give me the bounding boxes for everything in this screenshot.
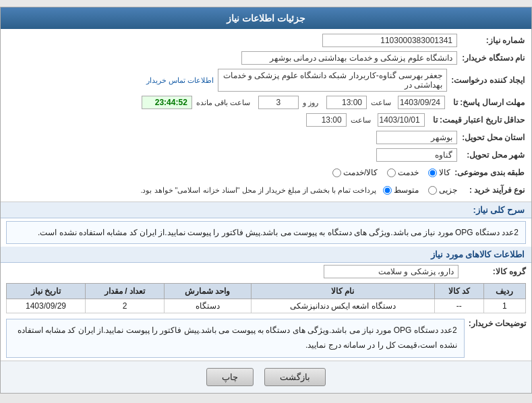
tabaghe-option-kala-khedmat-label: کالا/خدمت (343, 168, 378, 177)
col-tarikh: تاریخ نیاز (7, 284, 86, 299)
noeFarand-option-jozee[interactable]: جزیی (428, 185, 457, 195)
noeFarand-label: نوع فرآیند خرید : (457, 185, 525, 195)
name-khareydar-value: دانشگاه علوم پزشکی و خدمات بهداشتی درمان… (241, 51, 457, 65)
table-row: 1--دستگاه اشعه ایکس دندانپزشکیدستگاه2140… (7, 299, 526, 313)
shahr-label: شهر محل تحویل: (457, 150, 525, 160)
hadaghal-date: 1403/10/01 (378, 113, 425, 127)
groupKala-value: دارو، پزشکی و سلامت (324, 265, 459, 278)
mohlat-date: 1403/09/24 (398, 96, 445, 109)
mohlat-remaining-value: 23:44:52 (142, 96, 192, 109)
table-cell-tarikh: 1403/09/29 (7, 299, 86, 313)
sarh-koli-text: 2عدد دستگاه OPG مورد نیاز می باشد.ویژگی … (6, 221, 526, 244)
col-name: نام کالا (251, 284, 434, 299)
sarh-koli-title: سرح کلی نیاز: (1, 202, 531, 218)
print-button[interactable]: چاپ (206, 368, 254, 386)
mohlat-label: مهلت ارسال پاسخ: تا (449, 98, 525, 107)
noeFarand-note: پرداخت تمام با بخشی از مبلغ خریدار از مح… (140, 186, 376, 195)
noeFarand-radio-group: متوسط جزیی (383, 185, 457, 195)
tabaghe-radio-group: کالا/خدمت خدمت کالا (332, 168, 450, 177)
table-cell-tedad: 2 (86, 299, 165, 313)
hadaghal-saat-label: ساعت (351, 116, 371, 125)
footer-buttons: بازگشت چاپ (1, 361, 531, 393)
noeFarand-option-motovaset[interactable]: متوسط (383, 185, 419, 195)
table-cell-kod: -- (434, 299, 483, 313)
noeFarand-option-motovaset-label: متوسط (394, 185, 419, 195)
col-tedad: تعداد / مقدار (86, 284, 165, 299)
header-title: جزئیات اطلاعات نیاز (227, 13, 305, 24)
name-khareydar-label: نام دستگاه خریدار: (457, 53, 525, 63)
mohlat-remaining-label: ساعت باقی مانده (196, 98, 250, 107)
tabaghe-option-khedmat[interactable]: خدمت (387, 168, 419, 177)
tabaghe-option-kala-khedmat[interactable]: کالا/خدمت (332, 168, 378, 177)
kala-table-wrap: ردیف کد کالا نام کالا واحد شمارش تعداد /… (1, 280, 531, 316)
mohlat-rooz-value: 3 (258, 96, 299, 109)
hadaghal-saat-value: 13:00 (306, 113, 347, 127)
tabaghe-option-kala[interactable]: کالا (428, 168, 450, 177)
ettelaat-tamas-link[interactable]: اطلاعات تماس خریدار (146, 76, 214, 85)
mohlat-rooz-label: روز و (303, 98, 318, 107)
tawzih-khareydar-label: توضیحات خریدار: (465, 319, 526, 328)
page-header: جزئیات اطلاعات نیاز (1, 7, 531, 29)
table-cell-name: دستگاه اشعه ایکس دندانپزشکی (251, 299, 434, 313)
shahr-value: گناوه (376, 148, 457, 162)
col-kod: کد کالا (434, 284, 483, 299)
col-radif: ردیف (483, 284, 525, 299)
tawzih-khareydar-text: 2عدد دستگاه OPG مورد نیاز می باشد.ویژگی … (6, 319, 465, 357)
ettelaat-title: اطلاعات کالاهای مورد نیاز (1, 247, 531, 263)
back-button[interactable]: بازگشت (264, 368, 326, 386)
shomareNiaz-value: 1103000383001341 (322, 34, 457, 47)
tabaghe-label: طبقه بندی موضوعی: (450, 168, 525, 177)
groupKala-label: گروه کالا: (459, 267, 526, 276)
tabaghe-option-khedmat-label: خدمت (398, 168, 419, 177)
ijad-value: جعفر بهرسی گناوه-کاربردار شبکه دانشگاه ع… (218, 69, 447, 92)
table-cell-vahed: دستگاه (164, 299, 251, 313)
mohlat-saat-value: 13:00 (326, 96, 367, 109)
ijad-label: ایجاد کننده درخواست: (447, 75, 525, 85)
col-vahed: واحد شمارش (164, 284, 251, 299)
noeFarand-option-jozee-label: جزیی (439, 185, 457, 195)
ostan-label: استان محل تحویل: (457, 133, 525, 142)
table-cell-radif: 1 (483, 299, 525, 313)
hadaghal-label: حداقل تاریخ اعتبار قیمت: تا (429, 115, 525, 125)
mohlat-saat-label: ساعت (371, 98, 391, 107)
kala-table: ردیف کد کالا نام کالا واحد شمارش تعداد /… (6, 283, 526, 313)
ostan-value: بوشهر (376, 131, 457, 144)
shomareNiaz-label: شماره نیاز: (457, 36, 525, 45)
tabaghe-option-kala-label: کالا (439, 168, 450, 177)
